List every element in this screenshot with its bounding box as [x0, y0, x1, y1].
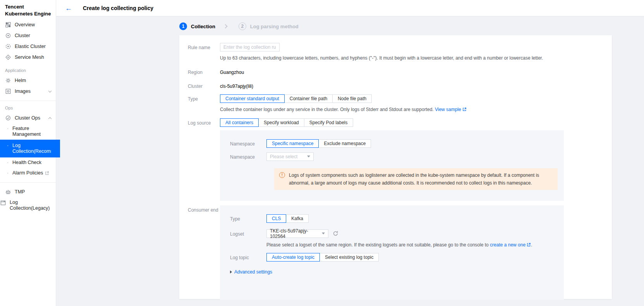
namespace-mode-row: Namespace Specific namespace Exclude nam…: [230, 139, 564, 148]
sidebar-item-service-mesh[interactable]: Service Mesh: [0, 52, 56, 63]
create-new-logset-link[interactable]: create a new one: [490, 242, 526, 248]
namespace-select[interactable]: Please select: [266, 152, 314, 161]
triangle-right-icon: [230, 270, 232, 274]
tab-container-standard-output[interactable]: Container standard output: [220, 94, 285, 103]
log-source-row: Log source All containers Specify worklo…: [188, 118, 612, 201]
sidebar: Tencent Kubernetes Engine Overview Clust…: [0, 0, 56, 306]
consumer-end-label: Consumer end: [188, 205, 220, 213]
helm-icon: [5, 77, 11, 84]
warning-icon: !: [279, 172, 285, 178]
logset-hint: Please select a logset of the same regio…: [266, 242, 532, 248]
sidebar-divider: [0, 101, 56, 101]
back-arrow-icon[interactable]: ←: [65, 5, 72, 12]
step-number: 1: [179, 22, 187, 30]
refresh-icon[interactable]: [333, 229, 338, 238]
sidebar-item-label: Cluster: [15, 33, 30, 38]
sidebar-item-log-collection-legacy[interactable]: Log Collection(Legacy): [0, 197, 56, 214]
cluster-label: Cluster: [188, 83, 220, 89]
content-area: 1 Collection 2 Log parsing method Rule n…: [56, 16, 644, 306]
sidebar-item-feature-management[interactable]: Feature Management: [0, 123, 56, 140]
page-header: ← Create log collecting policy: [56, 0, 644, 16]
rule-name-input[interactable]: [220, 43, 280, 51]
logset-select[interactable]: TKE-cls-5u97apjy-102564: [266, 229, 328, 238]
sidebar-item-log-collection-recommended[interactable]: Log Collection(Recommended): [0, 140, 60, 157]
caret-down-icon: [322, 232, 325, 234]
log-topic-tab-group: Auto-create log topic Select existing lo…: [266, 253, 379, 262]
page-title: Create log collecting policy: [83, 5, 153, 11]
sidebar-item-overview[interactable]: Overview: [0, 19, 56, 30]
sidebar-item-label: TMP: [15, 189, 25, 195]
type-hint-text: Collect the container logs under any ser…: [220, 107, 435, 112]
external-link-icon[interactable]: [527, 243, 531, 247]
log-source-label: Log source: [188, 118, 220, 126]
step-log-parsing-method: 2 Log parsing method: [239, 22, 299, 30]
elastic-cluster-icon: [5, 43, 11, 50]
consumer-panel: Type CLS Kafka Logset: [220, 205, 564, 300]
tab-node-file-path[interactable]: Node file path: [333, 94, 372, 103]
namespace-select-row: Namespace Please select: [230, 152, 564, 161]
logset-row: Logset TKE-cls-5u97apjy-102564: [230, 229, 564, 248]
sidebar-item-health-check[interactable]: Health Check: [0, 157, 56, 168]
tab-exclude-namespace[interactable]: Exclude namespace: [319, 139, 371, 148]
rule-name-hint: Up to 63 characters, including lowercase…: [220, 55, 612, 62]
tmp-icon: [5, 189, 11, 195]
sidebar-item-label: Images: [15, 89, 31, 94]
sidebar-item-cluster-ops[interactable]: Cluster Ops: [0, 113, 56, 123]
region-row: Region Guangzhou: [188, 69, 612, 75]
consumer-type-label: Type: [230, 214, 266, 222]
cluster-row: Cluster cls-5u97apjy(lili): [188, 83, 612, 89]
sidebar-item-label: Log Collection(Recommended): [12, 143, 51, 154]
section-ops: Ops: [0, 105, 56, 113]
log-legacy-icon: [0, 200, 6, 206]
external-link-icon: [45, 171, 49, 175]
cluster-ops-icon: [5, 115, 11, 121]
logset-label: Logset: [230, 229, 266, 237]
tab-kafka[interactable]: Kafka: [286, 214, 309, 223]
region-label: Region: [188, 69, 220, 75]
log-topic-label: Log topic: [230, 253, 266, 260]
sidebar-item-elastic-cluster[interactable]: Elastic Cluster: [0, 41, 56, 52]
external-link-icon[interactable]: [462, 107, 467, 111]
sidebar-item-images[interactable]: Images: [0, 86, 56, 97]
type-tab-group: Container standard output Container file…: [220, 94, 612, 103]
advanced-settings-label: Advanced settings: [234, 269, 272, 275]
view-sample-link[interactable]: View sample: [435, 107, 461, 112]
tab-select-existing-log-topic[interactable]: Select existing log topic: [320, 253, 379, 262]
sidebar-item-label: Log Collection(Legacy): [10, 200, 46, 211]
tab-specific-namespace[interactable]: Specific namespace: [266, 139, 319, 148]
advanced-settings-toggle[interactable]: Advanced settings: [230, 269, 564, 275]
sidebar-divider: [0, 182, 56, 183]
step-chevron-icon: [223, 24, 227, 28]
tab-container-file-path[interactable]: Container file path: [285, 94, 333, 103]
sidebar-item-helm[interactable]: Helm: [0, 75, 56, 86]
sidebar-item-label: Overview: [15, 22, 35, 27]
sidebar-item-alarm-policies[interactable]: Alarm Policies: [0, 168, 56, 178]
tab-specify-workload[interactable]: Specify workload: [259, 118, 304, 127]
tab-auto-create-log-topic[interactable]: Auto-create log topic: [266, 253, 320, 262]
logset-hint-prefix: Please select a logset of the same regio…: [266, 242, 490, 248]
type-row: Type Container standard output Container…: [188, 94, 612, 113]
product-title: Tencent Kubernetes Engine: [0, 0, 56, 19]
namespace-select-placeholder: Please select: [270, 154, 297, 159]
overview-grid-icon: [5, 22, 11, 28]
chevron-down-icon: [48, 89, 52, 92]
logset-select-value: TKE-cls-5u97apjy-102564: [270, 228, 318, 239]
section-application: Application: [0, 63, 56, 75]
cluster-icon: [5, 32, 11, 39]
sidebar-item-cluster[interactable]: Cluster: [0, 30, 56, 41]
sidebar-item-tmp[interactable]: TMP: [0, 186, 56, 197]
tab-specify-pod-labels[interactable]: Specify Pod labels: [304, 118, 353, 127]
chevron-up-icon: [48, 117, 52, 120]
step-number: 2: [239, 22, 246, 30]
form-card: Rule name Up to 63 characters, including…: [179, 35, 612, 299]
sidebar-item-label: Cluster Ops: [15, 115, 40, 121]
sidebar-item-label: Feature Management: [12, 126, 51, 137]
page: Tencent Kubernetes Engine Overview Clust…: [0, 0, 644, 306]
sidebar-item-label: Health Check: [12, 160, 51, 166]
service-mesh-icon: [5, 54, 11, 60]
consumer-type-row: Type CLS Kafka: [230, 214, 564, 223]
tab-cls[interactable]: CLS: [266, 214, 286, 223]
tab-all-containers[interactable]: All containers: [220, 118, 259, 127]
consumer-type-tab-group: CLS Kafka: [266, 214, 309, 223]
type-label: Type: [188, 94, 220, 102]
